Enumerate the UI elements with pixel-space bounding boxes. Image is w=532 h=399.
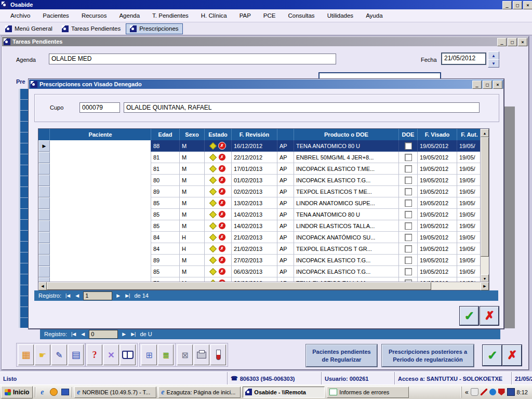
grid-button[interactable]: ▦ bbox=[18, 344, 34, 365]
taskbar-button-ezagutza-p-gina-de-inici-[interactable]: eEzagutza: Página de inici... bbox=[158, 387, 241, 398]
cell-doe[interactable] bbox=[399, 266, 418, 277]
doe-checkbox[interactable] bbox=[405, 177, 412, 184]
row-selector[interactable] bbox=[38, 197, 50, 209]
book-button[interactable] bbox=[120, 344, 136, 365]
first-record-icon[interactable]: |◀ bbox=[64, 293, 71, 298]
help-button[interactable]: ? bbox=[87, 344, 102, 365]
scroll-up-icon[interactable]: ▲ bbox=[481, 129, 489, 137]
row-selector[interactable] bbox=[38, 175, 50, 186]
tray-collapse-icon[interactable]: « bbox=[465, 389, 469, 396]
display-tray-icon[interactable] bbox=[507, 388, 515, 396]
doe-checkbox[interactable] bbox=[405, 142, 412, 150]
delete-button[interactable]: ⊠ bbox=[177, 344, 193, 365]
messenger-tray-icon[interactable] bbox=[489, 389, 496, 395]
colored-list-button[interactable]: ≣ bbox=[158, 344, 174, 365]
agenda-input[interactable]: OLALDE MED bbox=[49, 54, 336, 64]
table-row[interactable]: 89 M ✗ 02/02/2013 AP TEXPOL ELASTICOS T … bbox=[38, 186, 489, 197]
doe-checkbox[interactable] bbox=[405, 165, 412, 172]
cell-doe[interactable] bbox=[399, 175, 418, 186]
horizontal-scrollbar[interactable]: ◀ ▶ bbox=[38, 282, 489, 290]
menu-item-agenda[interactable]: Agenda bbox=[113, 10, 146, 21]
menu-item-recursos[interactable]: Recursos bbox=[75, 10, 113, 21]
doe-checkbox[interactable] bbox=[405, 188, 412, 195]
cell-doe[interactable] bbox=[399, 232, 418, 243]
row-selector[interactable] bbox=[38, 163, 50, 175]
desktop-quicklaunch-icon[interactable] bbox=[60, 388, 70, 397]
cell-doe[interactable] bbox=[399, 140, 418, 152]
table-row[interactable]: 84 H ✗ 21/02/2013 AP INCOPACK ANATÓMICO … bbox=[38, 232, 489, 243]
minimize-icon[interactable]: _ bbox=[472, 81, 482, 89]
table-row[interactable]: 80 M ✗ 01/02/2013 AP INCOPACK ELASTICO T… bbox=[38, 175, 489, 186]
table-row[interactable]: 85 M ✗ 13/02/2013 AP LINDOR ANATOMICO SU… bbox=[38, 197, 489, 209]
doe-checkbox[interactable] bbox=[405, 222, 412, 230]
doe-checkbox[interactable] bbox=[405, 154, 412, 161]
column-header-paciente[interactable]: Paciente bbox=[50, 129, 151, 140]
column-header-estado[interactable]: Estado bbox=[205, 129, 232, 140]
menu-item-ayuda[interactable]: Ayuda bbox=[360, 10, 389, 21]
hscroll-thumb[interactable] bbox=[47, 282, 431, 290]
fecha-spin-up-icon[interactable]: ▲ bbox=[488, 51, 499, 60]
maximize-icon[interactable]: □ bbox=[508, 38, 517, 46]
taskbar-button-informes-de-errores[interactable]: Informes de errores bbox=[327, 387, 409, 398]
cell-doe[interactable] bbox=[399, 209, 418, 220]
column-header[interactable] bbox=[277, 129, 294, 140]
cell-doe[interactable] bbox=[399, 220, 418, 232]
print-button[interactable] bbox=[194, 344, 209, 365]
column-header-f-visado[interactable]: F. Visado bbox=[418, 129, 457, 140]
cell-doe[interactable] bbox=[399, 243, 418, 255]
pen-tray-icon[interactable] bbox=[481, 389, 487, 395]
antivirus-tray-icon[interactable] bbox=[498, 389, 505, 395]
row-selector[interactable] bbox=[38, 186, 50, 197]
scroll-left-icon[interactable]: ◀ bbox=[38, 282, 47, 290]
cell-doe[interactable] bbox=[399, 186, 418, 197]
cancel-button[interactable]: ✕ bbox=[103, 344, 119, 365]
row-selector[interactable]: ▶ bbox=[38, 140, 50, 152]
column-header-f-aut-[interactable]: F. Aut. bbox=[457, 129, 482, 140]
doe-checkbox[interactable] bbox=[405, 234, 412, 241]
doe-checkbox[interactable] bbox=[405, 257, 412, 264]
accept-button[interactable]: ✓ bbox=[483, 345, 502, 366]
fecha-input[interactable]: 21/05/2012 bbox=[441, 52, 486, 65]
menu-item-h-cl-nica[interactable]: H. Clínica bbox=[195, 10, 233, 21]
row-selector[interactable] bbox=[38, 232, 50, 243]
close-icon[interactable]: × bbox=[518, 38, 527, 46]
cell-doe[interactable] bbox=[399, 255, 418, 266]
row-selector[interactable] bbox=[38, 220, 50, 232]
testtube-button[interactable] bbox=[210, 344, 226, 365]
column-header-producto-o-doe[interactable]: Producto o DOE bbox=[294, 129, 399, 140]
column-header-f-revisi-n[interactable]: F. Revisión bbox=[232, 129, 277, 140]
cell-doe[interactable] bbox=[399, 152, 418, 163]
next-record-icon[interactable]: ▶ bbox=[115, 293, 121, 298]
hand-note-button[interactable]: ☛ bbox=[35, 344, 50, 365]
prev-record-icon[interactable]: ◀ bbox=[80, 331, 86, 337]
next-record-icon[interactable]: ▶ bbox=[121, 331, 127, 337]
menu-item-consultas[interactable]: Consultas bbox=[282, 10, 321, 21]
last-record-icon[interactable]: ▶| bbox=[130, 331, 137, 337]
taskbar-button-osabide-remota[interactable]: Osabide - \\Remota bbox=[243, 387, 325, 398]
table-row[interactable]: 84 H ✗ 21/02/2013 AP TEXPOL ELASTICOS T … bbox=[38, 243, 489, 255]
toolbar-item-men-general[interactable]: Menú General bbox=[1, 23, 57, 34]
record-number-input[interactable] bbox=[83, 291, 112, 300]
vscroll-thumb[interactable] bbox=[481, 137, 489, 257]
close-icon[interactable]: × bbox=[523, 1, 532, 9]
maximize-icon[interactable]: □ bbox=[483, 81, 492, 89]
column-header-edad[interactable]: Edad bbox=[151, 129, 180, 140]
doe-checkbox[interactable] bbox=[405, 245, 412, 252]
toolbar-item-tareas-pendientes[interactable]: Tareas Pendientes bbox=[58, 23, 125, 34]
cancel-button[interactable]: ✗ bbox=[480, 307, 499, 325]
row-selector[interactable] bbox=[38, 243, 50, 255]
cell-doe[interactable] bbox=[399, 197, 418, 209]
cupo-input[interactable]: 000079 bbox=[79, 102, 120, 113]
doe-checkbox[interactable] bbox=[405, 211, 412, 218]
menu-item-pacientes[interactable]: Pacientes bbox=[36, 10, 75, 21]
orgchart-button[interactable]: ⊞ bbox=[141, 344, 157, 365]
column-header-doe[interactable]: DOE bbox=[399, 129, 418, 140]
first-record-icon[interactable]: |◀ bbox=[70, 331, 77, 337]
maximize-icon[interactable]: □ bbox=[513, 1, 522, 9]
clock-quicklaunch-icon[interactable] bbox=[49, 388, 58, 397]
menu-item-t-pendientes[interactable]: T. Pendientes bbox=[146, 10, 195, 21]
doe-checkbox[interactable] bbox=[405, 268, 412, 275]
row-selector[interactable] bbox=[38, 209, 50, 220]
accept-button[interactable]: ✓ bbox=[460, 307, 478, 325]
row-selector[interactable] bbox=[38, 266, 50, 277]
